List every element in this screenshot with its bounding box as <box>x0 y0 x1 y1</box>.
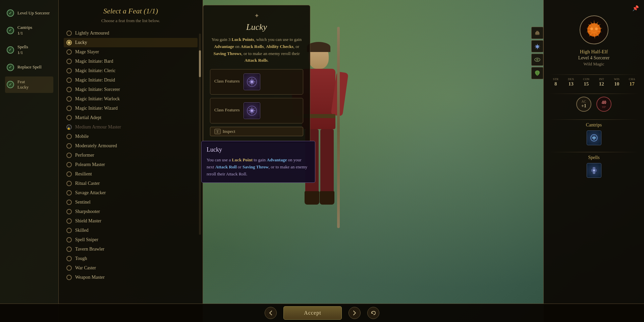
step-spells[interactable]: ✓ Spells1/1 <box>5 42 53 58</box>
bottom-bar: Accept <box>0 304 644 322</box>
pin-icon[interactable]: 📌 <box>632 5 639 11</box>
class-feature-label-1: Class Features <box>214 78 239 84</box>
feat-item-performer[interactable]: Performer <box>64 151 198 160</box>
scroll-thumb[interactable] <box>199 50 201 77</box>
feat-radio-mobile <box>66 134 72 139</box>
feat-item-tough[interactable]: Tough <box>64 254 198 263</box>
feat-radio-mi-druid <box>66 77 72 83</box>
cantrips-section-title: Cantrips <box>549 122 639 128</box>
feat-name-mage-slayer: Mage Slayer <box>75 49 99 55</box>
feat-name-war-caster: War Caster <box>75 265 96 271</box>
feat-item-medium-armour-master[interactable]: 🔒 Medium Armour Master <box>64 122 198 132</box>
step-level-up[interactable]: ✓ Level Up Sorcerer <box>5 7 53 19</box>
step-feat[interactable]: ✓ FeatLucky <box>5 76 53 93</box>
feat-radio-savage-attacker <box>66 190 72 196</box>
feat-item-war-caster[interactable]: War Caster <box>64 263 198 273</box>
feat-item-magic-initiate-druid[interactable]: Magic Initiate: Druid <box>64 75 198 85</box>
side-icon-2[interactable] <box>531 40 543 52</box>
inspect-button[interactable]: T Inspect <box>210 127 303 136</box>
tooltip-saving-throw: Saving Throw <box>243 164 269 169</box>
leaf-icon <box>534 70 541 76</box>
ac-badge: AC +1 <box>576 97 591 112</box>
feat-name-polearm-master: Polearm Master <box>75 162 105 167</box>
feat-item-resilient[interactable]: Resilient <box>64 169 198 179</box>
feat-item-magic-initiate-bard[interactable]: Magic Initiate: Bard <box>64 57 198 66</box>
side-icon-4[interactable] <box>531 67 543 79</box>
class-feature-svg-1 <box>247 76 257 87</box>
highlight-advantage: Advantage <box>214 44 234 49</box>
side-icon-1[interactable] <box>531 27 543 39</box>
feat-panel-subtitle: Choose a feat from the list below. <box>64 18 198 23</box>
feat-item-shield-master[interactable]: Shield Master <box>64 216 198 226</box>
side-icon-3[interactable] <box>531 54 543 66</box>
svg-rect-5 <box>536 31 539 33</box>
divider-4 <box>549 152 639 152</box>
feat-item-polearm-master[interactable]: Polearm Master <box>64 160 198 169</box>
feat-radio-medium-armour-master: 🔒 <box>66 124 72 130</box>
helmet-icon <box>534 30 541 36</box>
eye-icon <box>534 56 541 63</box>
forward-button[interactable] <box>348 307 361 319</box>
feat-item-spell-sniper[interactable]: Spell Sniper <box>64 235 198 245</box>
feat-item-magic-initiate-cleric[interactable]: Magic Initiate: Cleric <box>64 66 198 75</box>
divider-1 <box>549 74 639 75</box>
feat-name-tavern-brawler: Tavern Brawler <box>75 247 104 252</box>
feat-item-sentinel[interactable]: Sentinel <box>64 198 198 207</box>
feat-item-sharpshooter[interactable]: Sharpshooter <box>64 207 198 216</box>
undo-button[interactable] <box>367 307 379 319</box>
feat-item-magic-initiate-wizard[interactable]: Magic Initiate: Wizard <box>64 104 198 113</box>
cantrip-svg-1 <box>589 133 599 143</box>
stat-value-cha: 17 <box>630 81 635 87</box>
cantrip-icon-1[interactable] <box>587 130 601 145</box>
divider-2 <box>549 94 639 94</box>
spell-icon-1[interactable]: II <box>587 163 601 178</box>
accept-button[interactable]: Accept <box>283 306 341 320</box>
svg-rect-6 <box>535 34 540 35</box>
highlight-saving-throws: Saving Throws <box>214 51 241 56</box>
feat-item-moderately-armoured[interactable]: Moderately Armoured <box>64 141 198 151</box>
svg-point-9 <box>537 59 538 60</box>
class-feature-icon-2[interactable] <box>244 102 260 119</box>
feat-selection-panel: Select a Feat (1/1) Choose a feat from t… <box>59 0 203 322</box>
svg-point-13 <box>590 28 593 30</box>
feat-item-savage-attacker[interactable]: Savage Attacker <box>64 188 198 198</box>
feat-item-mage-slayer[interactable]: Mage Slayer <box>64 47 198 57</box>
feat-item-ritual-caster[interactable]: Ritual Caster <box>64 179 198 188</box>
feat-item-tavern-brawler[interactable]: Tavern Brawler <box>64 245 198 254</box>
feat-name-moderately-armoured: Moderately Armoured <box>75 143 117 149</box>
detail-ornament: ✦ <box>210 12 303 19</box>
hp-badge: 40 HP <box>596 97 611 112</box>
step-check-level-up: ✓ <box>7 9 14 17</box>
feat-detail-desc: You gain 3 Luck Points, which you can us… <box>210 36 303 64</box>
class-feature-icon-1[interactable] <box>244 73 260 90</box>
feat-name-mi-cleric: Magic Initiate: Cleric <box>75 68 116 73</box>
stat-label-str: STR <box>549 77 563 81</box>
feat-radio-mi-wizard <box>66 106 72 111</box>
step-cantrips[interactable]: ✓ Cantrips1/1 <box>5 22 53 39</box>
feat-radio-skilled <box>66 228 72 233</box>
feat-name-weapon-master: Weapon Master <box>75 275 105 280</box>
feat-item-martial-adept[interactable]: Martial Adept <box>64 113 198 122</box>
feat-name-ritual-caster: Ritual Caster <box>75 181 100 186</box>
step-replace-spell[interactable]: ✓ Replace Spell <box>5 61 53 74</box>
feat-item-lucky[interactable]: Lucky <box>64 38 198 47</box>
feat-item-lightly-armoured[interactable]: Lightly Armoured <box>64 29 198 38</box>
feat-item-weapon-master[interactable]: Weapon Master <box>64 273 198 282</box>
divider-3 <box>549 119 639 120</box>
stat-wis: WIS 10 <box>610 77 624 87</box>
magic-icon <box>534 43 541 50</box>
feat-item-magic-initiate-sorcerer[interactable]: Magic Initiate: Sorcerer <box>64 85 198 94</box>
feat-name-mi-wizard: Magic Initiate: Wizard <box>75 106 118 111</box>
feat-radio-tavern-brawler <box>66 247 72 252</box>
feat-item-skilled[interactable]: Skilled <box>64 226 198 235</box>
hp-label: HP <box>602 105 606 109</box>
side-icon-panel <box>531 27 543 79</box>
scroll-bar[interactable] <box>199 34 201 235</box>
feat-radio-spell-sniper <box>66 237 72 243</box>
feat-item-mobile[interactable]: Mobile <box>64 132 198 141</box>
feat-item-magic-initiate-warlock[interactable]: Magic Initiate: Warlock <box>64 94 198 104</box>
step-label-feat: FeatLucky <box>17 79 29 91</box>
back-button[interactable] <box>265 307 277 319</box>
step-label-level-up: Level Up Sorcerer <box>17 10 50 16</box>
stat-str: STR 8 <box>549 77 563 87</box>
